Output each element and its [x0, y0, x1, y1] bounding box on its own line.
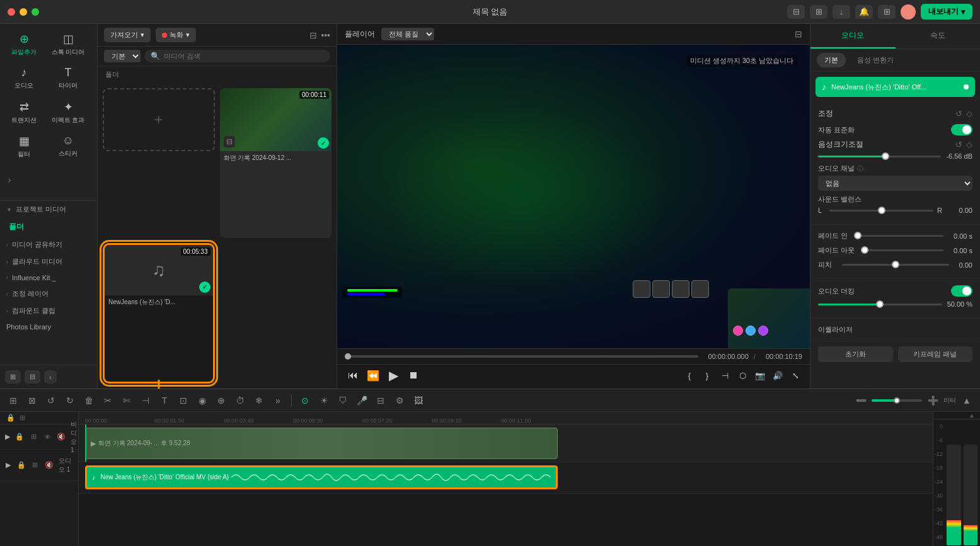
- video-clip[interactable]: ▶ 화면 기록 2024-09- ... 후 9.52.28: [85, 428, 558, 459]
- tl-zoom-out-btn[interactable]: ➖: [853, 392, 869, 409]
- tl-speed-btn[interactable]: ⊕: [213, 392, 229, 409]
- tl-more-btn[interactable]: »: [270, 392, 286, 409]
- audio-mute-btn[interactable]: 🔇: [43, 460, 55, 471]
- minimize-button[interactable]: [20, 8, 27, 16]
- audio-lock-btn[interactable]: 🔒: [16, 460, 27, 471]
- video-lock-btn[interactable]: 🔒: [14, 431, 25, 443]
- sidebar-item-compound-clip[interactable]: › 컴파운드 클립: [0, 302, 97, 319]
- export-button[interactable]: 내보내기 ▾: [921, 4, 972, 20]
- view-select[interactable]: 기본: [104, 50, 141, 62]
- tl-text-btn[interactable]: T: [156, 392, 173, 409]
- subtab-voice-change[interactable]: 음성 변환기: [850, 53, 901, 67]
- zoom-slider[interactable]: [872, 399, 922, 402]
- import-button[interactable]: 가져오기 ▾: [104, 28, 151, 42]
- media-add-button[interactable]: +: [103, 88, 215, 151]
- filter-icon-btn[interactable]: ⊟: [309, 30, 317, 40]
- overlay-btn[interactable]: ⬡: [735, 368, 749, 382]
- audio-track-icon-icon[interactable]: ▶: [5, 460, 12, 471]
- tl-meter-expand-btn[interactable]: ▲: [959, 392, 975, 409]
- timeline-add-track-icon[interactable]: ⊞: [16, 412, 28, 424]
- video-eye-btn[interactable]: 👁: [42, 431, 53, 443]
- tl-wave-btn[interactable]: ☀: [316, 392, 332, 409]
- media-search-input[interactable]: [164, 52, 324, 60]
- sidebar-item-adjustment-layer[interactable]: › 조정 레이어: [0, 285, 97, 302]
- auto-normalize-toggle[interactable]: [951, 124, 972, 135]
- balance-slider[interactable]: [829, 210, 933, 212]
- avatar[interactable]: [901, 4, 916, 20]
- tl-delete-btn[interactable]: 🗑: [81, 392, 97, 409]
- bell-icon-btn[interactable]: 🔔: [855, 5, 873, 19]
- tl-shield-btn[interactable]: ⛉: [335, 392, 351, 409]
- tl-redo-btn[interactable]: ↻: [62, 392, 78, 409]
- play-button[interactable]: ▶: [385, 367, 401, 384]
- video-mute-btn[interactable]: 🔇: [55, 431, 67, 443]
- sidebar-item-photos-library[interactable]: Photos Library: [0, 319, 97, 334]
- sidebar-collapse-btn[interactable]: ‹: [44, 370, 57, 384]
- download-icon-btn[interactable]: ↓: [833, 5, 850, 19]
- pitch-slider[interactable]: [842, 264, 949, 266]
- reset-icon[interactable]: ↺: [955, 109, 962, 118]
- mark-out-btn[interactable]: }: [700, 368, 714, 382]
- toolbar-stock-media[interactable]: ◫ 스톡 미디어: [47, 28, 89, 60]
- toolbar-filter[interactable]: ▦ 필터: [3, 130, 45, 162]
- sidebar-add-btn[interactable]: ⊞: [5, 370, 21, 384]
- sidebar-item-cloud-media[interactable]: › 클라우드 미디어: [0, 253, 97, 270]
- volume-slider[interactable]: [818, 156, 941, 157]
- tl-snap-btn[interactable]: ⊙: [297, 392, 313, 409]
- audio-ducking-toggle[interactable]: [951, 285, 972, 297]
- mark-in-btn[interactable]: {: [683, 368, 696, 382]
- tl-timer-btn[interactable]: ⏱: [232, 392, 248, 409]
- tl-cut-snap-btn[interactable]: ✂: [100, 392, 116, 409]
- tl-cut-btn[interactable]: ✄: [118, 392, 135, 409]
- volume-reset-icon[interactable]: ↺: [955, 140, 962, 149]
- volume-diamond-icon[interactable]: ◇: [966, 140, 972, 149]
- audio-add-btn[interactable]: ⊞: [30, 460, 41, 471]
- toolbar-effect[interactable]: ✦ 이펙트 효과: [47, 96, 89, 128]
- tl-picture-btn[interactable]: 🖼: [410, 392, 427, 409]
- tl-split-btn[interactable]: ⊞: [5, 392, 21, 409]
- video-track-icon-icon[interactable]: ▶: [5, 431, 10, 443]
- diamond-icon[interactable]: ◇: [966, 109, 972, 118]
- preview-scrubber[interactable]: [345, 355, 698, 358]
- insert-btn[interactable]: ⊣: [718, 368, 732, 382]
- ducking-slider[interactable]: [818, 304, 942, 305]
- fade-in-slider[interactable]: [858, 235, 943, 237]
- video-add-btn[interactable]: ⊞: [28, 431, 39, 443]
- tl-color-btn[interactable]: ◉: [194, 392, 210, 409]
- sidebar-item-share-media[interactable]: › 미디어 공유하기: [0, 236, 97, 253]
- tl-undo-btn[interactable]: ↺: [43, 392, 59, 409]
- quality-select[interactable]: 전체 품질: [381, 28, 434, 40]
- media-item-audio[interactable]: 00:05:33 ♫ ✓ NewJeans (뉴진스) 'D...: [103, 243, 215, 384]
- audio-clip[interactable]: ♪ New Jeans (뉴진스) 'Ditto' Official MV (s…: [85, 465, 558, 489]
- toolbar-title[interactable]: T 타이머: [47, 62, 89, 94]
- skip-back-button[interactable]: ⏮: [345, 367, 361, 384]
- sidebar-item-influence-kit[interactable]: › Influence Kit _: [0, 270, 97, 285]
- toolbar-transition[interactable]: ⇄ 트랜지션: [3, 96, 45, 128]
- fullscreen-button[interactable]: [32, 8, 39, 16]
- close-button[interactable]: [8, 8, 15, 16]
- keyframe-panel-button[interactable]: 키프레임 패널: [898, 346, 973, 362]
- tl-freeze-btn[interactable]: ❄: [251, 392, 267, 409]
- media-item-screen-record[interactable]: 00:00:11 ✓ ⊟ 화면 기록 2024-09-12 ...: [220, 88, 332, 238]
- toolbar-file-add[interactable]: ⊕ 파일추가: [3, 28, 45, 60]
- fullscreen-preview-btn[interactable]: ⊟: [795, 29, 802, 39]
- tl-zoom-in-btn[interactable]: ➕: [925, 392, 941, 409]
- toolbar-more-btn[interactable]: ›: [3, 164, 16, 196]
- toolbar-sticker[interactable]: ☺ 스티커: [47, 130, 89, 162]
- fade-out-slider[interactable]: [865, 249, 943, 251]
- meter-expand-btn[interactable]: ▲: [969, 412, 975, 419]
- tab-audio[interactable]: 오디오: [810, 24, 896, 48]
- frame-back-button[interactable]: ⏪: [365, 367, 381, 384]
- snapshot-btn[interactable]: 📷: [753, 368, 767, 382]
- subtab-basic[interactable]: 기본: [817, 53, 846, 67]
- grid-icon-btn[interactable]: ⊞: [878, 5, 896, 19]
- tl-mic-btn[interactable]: 🎤: [354, 392, 370, 409]
- resize-btn[interactable]: ⤡: [788, 368, 802, 382]
- audio-channel-select[interactable]: 없음: [818, 176, 972, 191]
- layout-icon-btn[interactable]: ⊞: [810, 5, 827, 19]
- tl-gear-btn[interactable]: ⚙: [391, 392, 408, 409]
- init-button[interactable]: 초기화: [818, 346, 893, 362]
- monitor-icon-btn[interactable]: ⊟: [787, 5, 805, 19]
- record-button[interactable]: 녹화 ▾: [156, 28, 196, 42]
- tl-link-btn[interactable]: ⊠: [24, 392, 40, 409]
